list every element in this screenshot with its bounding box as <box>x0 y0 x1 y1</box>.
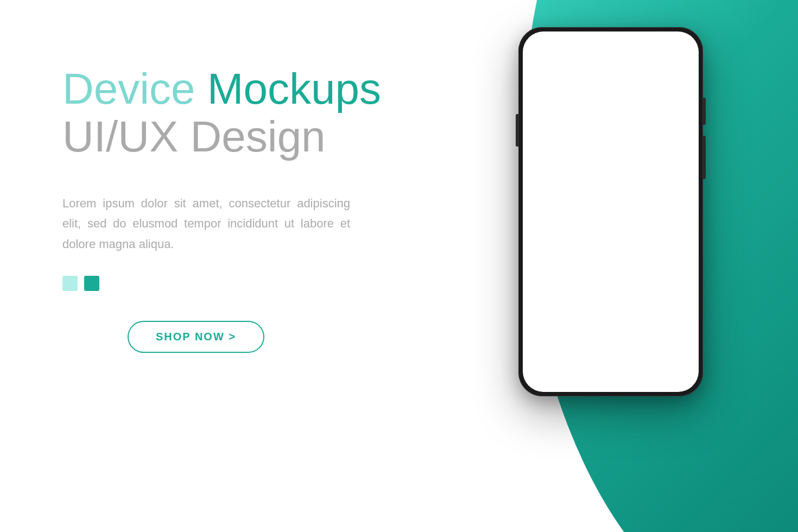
content-left: Device Mockups UI/UX Design Lorem ipsum … <box>62 65 388 353</box>
phone-button-volume-down <box>516 114 518 147</box>
phone-outer-frame <box>518 27 703 396</box>
dot-dark <box>84 276 99 291</box>
phone-screen <box>523 31 699 392</box>
phone-button-power <box>703 98 706 125</box>
phone-mockup <box>518 27 703 396</box>
title-line1: Device Mockups <box>62 65 388 113</box>
phone-button-volume-up <box>703 136 706 179</box>
page-wrapper: Device Mockups UI/UX Design Lorem ipsum … <box>0 0 798 532</box>
phone-screen-content <box>523 31 699 392</box>
body-text: Lorem ipsum dolor sit amet, consectetur … <box>62 193 350 254</box>
indicator-dots <box>62 276 388 291</box>
title-line2: UI/UX Design <box>62 113 388 161</box>
title-device-word: Device <box>62 65 207 113</box>
shop-now-button[interactable]: SHOP NOW > <box>128 321 264 353</box>
dot-light <box>62 276 78 291</box>
title-mockups-word: Mockups <box>207 65 381 113</box>
